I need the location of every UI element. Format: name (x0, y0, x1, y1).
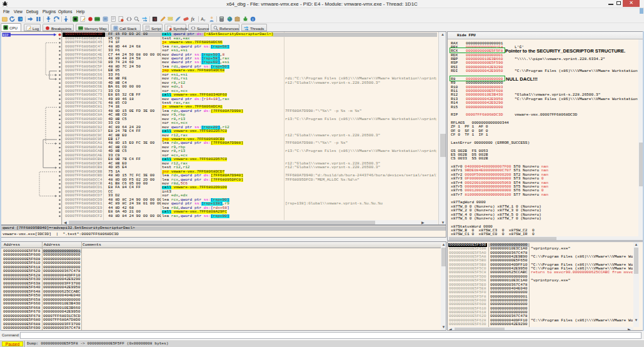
svg-text:i: i (253, 17, 254, 21)
svg-text:S: S (154, 17, 156, 21)
svg-text:A₂: A₂ (201, 17, 206, 21)
svg-text:fx: fx (191, 16, 194, 22)
